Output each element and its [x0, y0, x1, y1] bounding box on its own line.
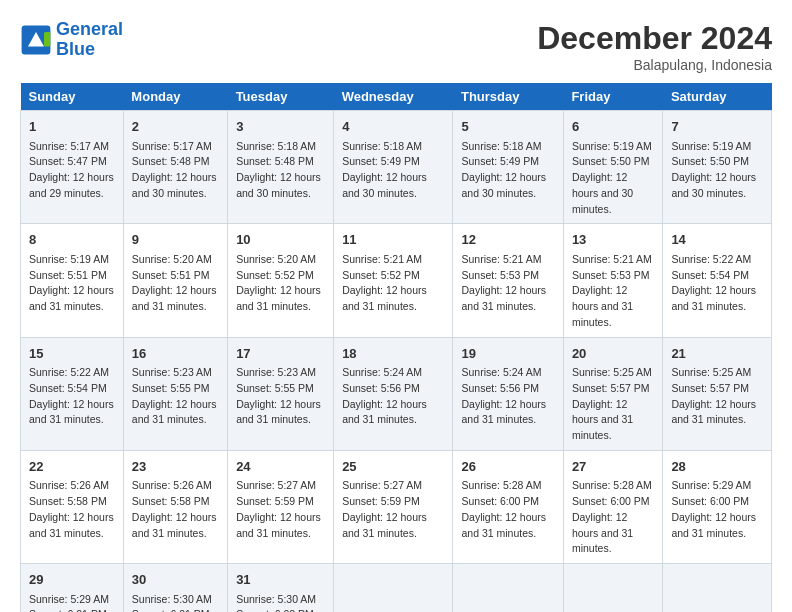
sunset-label: Sunset: 5:53 PM [572, 269, 650, 281]
day-number: 11 [342, 230, 444, 250]
cell-content: Sunrise: 5:29 AM Sunset: 6:00 PM Dayligh… [671, 478, 763, 541]
sunrise-label: Sunrise: 5:26 AM [132, 479, 212, 491]
calendar-cell: 16 Sunrise: 5:23 AM Sunset: 5:55 PM Dayl… [123, 337, 227, 450]
sunrise-label: Sunrise: 5:20 AM [132, 253, 212, 265]
sunrise-label: Sunrise: 5:27 AM [236, 479, 316, 491]
sunset-label: Sunset: 5:54 PM [671, 269, 749, 281]
calendar-cell: 6 Sunrise: 5:19 AM Sunset: 5:50 PM Dayli… [563, 111, 663, 224]
calendar-cell [334, 564, 453, 613]
sunset-label: Sunset: 5:51 PM [132, 269, 210, 281]
daylight-label: Daylight: 12 hours and 31 minutes. [236, 511, 321, 539]
calendar-cell [563, 564, 663, 613]
cell-content: Sunrise: 5:21 AM Sunset: 5:53 PM Dayligh… [572, 252, 655, 331]
calendar-cell: 31 Sunrise: 5:30 AM Sunset: 6:02 PM Dayl… [228, 564, 334, 613]
daylight-label: Daylight: 12 hours and 31 minutes. [29, 511, 114, 539]
sunset-label: Sunset: 5:59 PM [236, 495, 314, 507]
sunrise-label: Sunrise: 5:18 AM [461, 140, 541, 152]
calendar-week-row: 8 Sunrise: 5:19 AM Sunset: 5:51 PM Dayli… [21, 224, 772, 337]
page-title: December 2024 [537, 20, 772, 57]
cell-content: Sunrise: 5:25 AM Sunset: 5:57 PM Dayligh… [572, 365, 655, 444]
sunrise-label: Sunrise: 5:25 AM [671, 366, 751, 378]
daylight-label: Daylight: 12 hours and 30 minutes. [572, 171, 633, 215]
daylight-label: Daylight: 12 hours and 31 minutes. [671, 511, 756, 539]
daylight-label: Daylight: 12 hours and 30 minutes. [461, 171, 546, 199]
cell-content: Sunrise: 5:19 AM Sunset: 5:51 PM Dayligh… [29, 252, 115, 315]
daylight-label: Daylight: 12 hours and 31 minutes. [132, 398, 217, 426]
calendar-week-row: 1 Sunrise: 5:17 AM Sunset: 5:47 PM Dayli… [21, 111, 772, 224]
calendar-cell: 14 Sunrise: 5:22 AM Sunset: 5:54 PM Dayl… [663, 224, 772, 337]
sunset-label: Sunset: 5:52 PM [342, 269, 420, 281]
cell-content: Sunrise: 5:17 AM Sunset: 5:47 PM Dayligh… [29, 139, 115, 202]
day-number: 18 [342, 344, 444, 364]
day-number: 16 [132, 344, 219, 364]
logo: General Blue [20, 20, 123, 60]
sunrise-label: Sunrise: 5:17 AM [29, 140, 109, 152]
weekday-header-thursday: Thursday [453, 83, 563, 111]
sunset-label: Sunset: 5:49 PM [461, 155, 539, 167]
title-block: December 2024 Balapulang, Indonesia [537, 20, 772, 73]
calendar-cell: 21 Sunrise: 5:25 AM Sunset: 5:57 PM Dayl… [663, 337, 772, 450]
sunset-label: Sunset: 5:53 PM [461, 269, 539, 281]
day-number: 15 [29, 344, 115, 364]
sunset-label: Sunset: 5:57 PM [671, 382, 749, 394]
calendar-cell: 29 Sunrise: 5:29 AM Sunset: 6:01 PM Dayl… [21, 564, 124, 613]
daylight-label: Daylight: 12 hours and 31 minutes. [236, 398, 321, 426]
sunrise-label: Sunrise: 5:19 AM [671, 140, 751, 152]
day-number: 19 [461, 344, 554, 364]
calendar-cell: 2 Sunrise: 5:17 AM Sunset: 5:48 PM Dayli… [123, 111, 227, 224]
calendar-cell: 9 Sunrise: 5:20 AM Sunset: 5:51 PM Dayli… [123, 224, 227, 337]
day-number: 23 [132, 457, 219, 477]
sunrise-label: Sunrise: 5:23 AM [132, 366, 212, 378]
sunset-label: Sunset: 6:02 PM [236, 608, 314, 612]
cell-content: Sunrise: 5:18 AM Sunset: 5:49 PM Dayligh… [461, 139, 554, 202]
cell-content: Sunrise: 5:20 AM Sunset: 5:52 PM Dayligh… [236, 252, 325, 315]
day-number: 24 [236, 457, 325, 477]
cell-content: Sunrise: 5:23 AM Sunset: 5:55 PM Dayligh… [132, 365, 219, 428]
daylight-label: Daylight: 12 hours and 30 minutes. [236, 171, 321, 199]
cell-content: Sunrise: 5:18 AM Sunset: 5:49 PM Dayligh… [342, 139, 444, 202]
sunset-label: Sunset: 5:59 PM [342, 495, 420, 507]
day-number: 26 [461, 457, 554, 477]
calendar-body: 1 Sunrise: 5:17 AM Sunset: 5:47 PM Dayli… [21, 111, 772, 613]
day-number: 28 [671, 457, 763, 477]
sunrise-label: Sunrise: 5:22 AM [29, 366, 109, 378]
cell-content: Sunrise: 5:17 AM Sunset: 5:48 PM Dayligh… [132, 139, 219, 202]
cell-content: Sunrise: 5:21 AM Sunset: 5:53 PM Dayligh… [461, 252, 554, 315]
daylight-label: Daylight: 12 hours and 29 minutes. [29, 171, 114, 199]
day-number: 30 [132, 570, 219, 590]
day-number: 8 [29, 230, 115, 250]
cell-content: Sunrise: 5:28 AM Sunset: 6:00 PM Dayligh… [572, 478, 655, 557]
cell-content: Sunrise: 5:26 AM Sunset: 5:58 PM Dayligh… [132, 478, 219, 541]
calendar-cell: 4 Sunrise: 5:18 AM Sunset: 5:49 PM Dayli… [334, 111, 453, 224]
cell-content: Sunrise: 5:27 AM Sunset: 5:59 PM Dayligh… [236, 478, 325, 541]
day-number: 7 [671, 117, 763, 137]
sunset-label: Sunset: 5:58 PM [132, 495, 210, 507]
cell-content: Sunrise: 5:29 AM Sunset: 6:01 PM Dayligh… [29, 592, 115, 613]
sunrise-label: Sunrise: 5:28 AM [572, 479, 652, 491]
sunrise-label: Sunrise: 5:29 AM [671, 479, 751, 491]
sunrise-label: Sunrise: 5:20 AM [236, 253, 316, 265]
calendar-cell: 23 Sunrise: 5:26 AM Sunset: 5:58 PM Dayl… [123, 450, 227, 563]
day-number: 6 [572, 117, 655, 137]
calendar-cell: 19 Sunrise: 5:24 AM Sunset: 5:56 PM Dayl… [453, 337, 563, 450]
cell-content: Sunrise: 5:25 AM Sunset: 5:57 PM Dayligh… [671, 365, 763, 428]
sunset-label: Sunset: 5:55 PM [132, 382, 210, 394]
cell-content: Sunrise: 5:18 AM Sunset: 5:48 PM Dayligh… [236, 139, 325, 202]
sunrise-label: Sunrise: 5:18 AM [236, 140, 316, 152]
calendar-cell: 5 Sunrise: 5:18 AM Sunset: 5:49 PM Dayli… [453, 111, 563, 224]
sunset-label: Sunset: 6:00 PM [671, 495, 749, 507]
calendar-cell: 26 Sunrise: 5:28 AM Sunset: 6:00 PM Dayl… [453, 450, 563, 563]
calendar-cell: 28 Sunrise: 5:29 AM Sunset: 6:00 PM Dayl… [663, 450, 772, 563]
weekday-header-monday: Monday [123, 83, 227, 111]
logo-text: General Blue [56, 20, 123, 60]
day-number: 31 [236, 570, 325, 590]
logo-icon [20, 24, 52, 56]
daylight-label: Daylight: 12 hours and 31 minutes. [572, 398, 633, 442]
weekday-header-tuesday: Tuesday [228, 83, 334, 111]
weekday-header-saturday: Saturday [663, 83, 772, 111]
calendar-cell: 24 Sunrise: 5:27 AM Sunset: 5:59 PM Dayl… [228, 450, 334, 563]
sunset-label: Sunset: 6:00 PM [461, 495, 539, 507]
sunrise-label: Sunrise: 5:24 AM [342, 366, 422, 378]
calendar-cell: 13 Sunrise: 5:21 AM Sunset: 5:53 PM Dayl… [563, 224, 663, 337]
calendar-cell: 17 Sunrise: 5:23 AM Sunset: 5:55 PM Dayl… [228, 337, 334, 450]
